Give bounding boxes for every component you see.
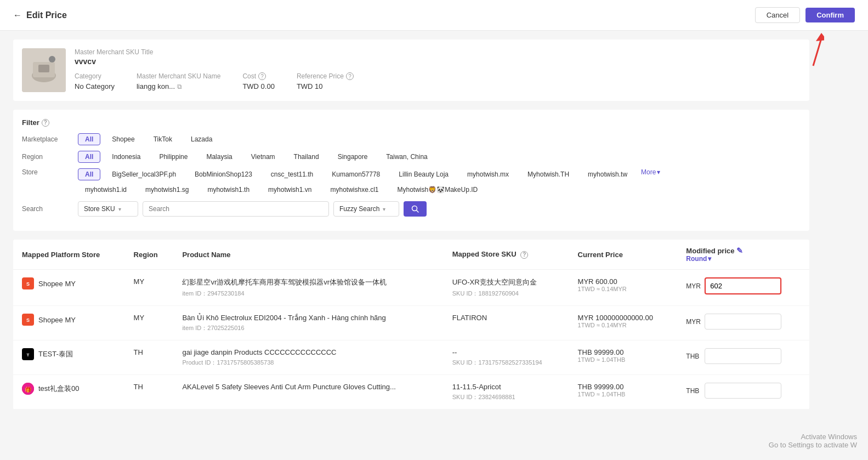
modified-price-cell: MYR xyxy=(677,306,809,340)
search-label: Search xyxy=(22,205,71,213)
page-title: Edit Price xyxy=(26,10,67,20)
main-content: Master Merchant SKU Title vvvcv Category… xyxy=(0,31,822,418)
store-option[interactable]: Myhotwish.TH xyxy=(520,168,576,180)
shopee-icon: S xyxy=(22,314,34,326)
cancel-button[interactable]: Cancel xyxy=(755,7,800,23)
search-button[interactable] xyxy=(404,201,427,217)
marketplace-option-shopee[interactable]: Shopee xyxy=(105,133,141,145)
search-mode-chevron: ▾ xyxy=(383,206,385,212)
store-option[interactable]: myhotwish1.vn xyxy=(261,184,319,196)
store-option[interactable]: Myhotwish🦁🐼MakeUp.ID xyxy=(390,184,485,196)
svg-point-5 xyxy=(49,56,55,63)
sku-name: FLATIRON xyxy=(452,314,560,322)
currency-label: MYR xyxy=(686,282,701,290)
region-option-philippine[interactable]: Philippine xyxy=(152,151,195,163)
cost-value: TWD 0.00 xyxy=(242,82,275,90)
region-option-thailand[interactable]: Thailand xyxy=(287,151,326,163)
price-rate: 1TWD ≈ 0.14MYR xyxy=(578,286,669,292)
marketplace-option-all[interactable]: All xyxy=(78,133,100,145)
current-price-cell: THB 99999.00 1TWD ≈ 1.04THB xyxy=(569,340,678,375)
marketplace-option-tiktok[interactable]: TikTok xyxy=(146,133,179,145)
store-option[interactable]: BigSeller_local3PF.ph xyxy=(105,168,183,180)
modified-price-edit-icon[interactable]: ✎ xyxy=(736,246,743,255)
col-current-price: Current Price xyxy=(569,240,678,270)
region-cell: TH xyxy=(125,375,174,410)
search-type-select[interactable]: Store SKU ▾ xyxy=(78,201,138,217)
sku-title-label: Master Merchant SKU Title xyxy=(75,48,801,56)
store-option[interactable]: myhotwish1.th xyxy=(200,184,257,196)
search-type-chevron: ▾ xyxy=(118,206,121,212)
store-option[interactable]: BobMinionShop123 xyxy=(188,168,259,180)
modified-price-cell: THB xyxy=(677,340,809,375)
modified-price-cell: MYR xyxy=(677,270,809,306)
store-option[interactable]: myhotwish1.sg xyxy=(138,184,196,196)
cost-info-icon[interactable]: ? xyxy=(258,72,266,80)
store-cell: 🎁 test礼盒装00 xyxy=(13,375,125,410)
svg-text:T: T xyxy=(27,353,30,357)
store-name: test礼盒装00 xyxy=(38,384,79,394)
price-rate: 1TWD ≈ 1.04THB xyxy=(578,391,669,397)
store-label: Store xyxy=(22,168,71,176)
ref-price-label: Reference Price ? xyxy=(297,72,354,80)
product-name: Bàn Ủi Khô Electrolux EDI2004 - Trắng Xa… xyxy=(182,314,434,322)
product-info: Master Merchant SKU Title vvvcv Category… xyxy=(75,48,801,90)
price-rate: 1TWD ≈ 1.04THB xyxy=(578,356,669,363)
page-header: ← Edit Price Cancel Confirm xyxy=(0,0,868,31)
header-left: ← Edit Price xyxy=(13,10,67,20)
mapped-sku-info-icon[interactable]: ? xyxy=(520,251,528,259)
store-options-container: AllBigSeller_local3PF.phBobMinionShop123… xyxy=(78,168,801,196)
back-button[interactable]: ← xyxy=(13,10,22,20)
confirm-button[interactable]: Confirm xyxy=(805,8,855,22)
store-option[interactable]: Kumamon57778 xyxy=(325,168,387,180)
store-option[interactable]: myhotwish1.id xyxy=(78,184,134,196)
store-option[interactable]: myhotwish.mx xyxy=(460,168,516,180)
region-cell: MY xyxy=(125,306,174,340)
region-option-indonesia[interactable]: Indonesia xyxy=(105,151,147,163)
region-options: AllIndonesiaPhilippineMalaysiaVietnamTha… xyxy=(78,151,435,163)
region-option-taiwan--china[interactable]: Taiwan, China xyxy=(379,151,434,163)
category-meta: Category No Category xyxy=(75,72,115,90)
store-name: Shopee MY xyxy=(38,316,76,324)
product-image xyxy=(22,48,66,92)
store-option[interactable]: myhotwishxe.cl1 xyxy=(323,184,385,196)
region-option-vietnam[interactable]: Vietnam xyxy=(244,151,282,163)
search-input[interactable] xyxy=(143,201,329,217)
store-option[interactable]: myhotwish.tw xyxy=(581,168,634,180)
svg-text:🎁: 🎁 xyxy=(25,386,32,393)
current-price: MYR 100000000000.00 xyxy=(578,314,669,322)
category-label: Category xyxy=(75,72,115,80)
cost-label: Cost ? xyxy=(242,72,275,80)
shopee-icon: S xyxy=(22,277,34,289)
col-sku: Mapped Store SKU ? xyxy=(444,240,569,270)
price-rate: 1TWD ≈ 0.14MYR xyxy=(578,322,669,328)
price-input[interactable] xyxy=(705,383,781,399)
store-option[interactable]: Lillin Beauty Loja xyxy=(392,168,456,180)
col-product: Product Name xyxy=(173,240,443,270)
filter-info-icon[interactable]: ? xyxy=(42,119,49,127)
currency-label: THB xyxy=(686,353,701,360)
modified-price-title: Modified price ✎ xyxy=(686,246,801,255)
sku-id: SKU ID：1731757582527335194 xyxy=(452,359,560,367)
search-mode-select[interactable]: Fuzzy Search ▾ xyxy=(333,201,399,217)
store-filter-row: Store AllBigSeller_local3PF.phBobMinionS… xyxy=(22,168,801,196)
ref-price-info-icon[interactable]: ? xyxy=(346,72,354,80)
sku-name: UFO-XR竞技大空间意向金 xyxy=(452,277,560,287)
region-option-all[interactable]: All xyxy=(78,151,100,163)
price-input[interactable] xyxy=(705,277,781,294)
search-type-value: Store SKU xyxy=(84,205,115,213)
table-row: T TEST-泰国 TH gai jiage danpin Products C… xyxy=(13,340,809,375)
store-option[interactable]: cnsc_test11.th xyxy=(264,168,320,180)
region-option-malaysia[interactable]: Malaysia xyxy=(199,151,239,163)
price-input[interactable] xyxy=(705,348,781,364)
round-button[interactable]: Round ▾ xyxy=(686,255,801,263)
region-option-singapore[interactable]: Singapore xyxy=(331,151,375,163)
gift-icon: 🎁 xyxy=(22,383,34,395)
marketplace-option-lazada[interactable]: Lazada xyxy=(184,133,219,145)
store-more-button[interactable]: More▾ xyxy=(641,168,660,176)
store-cell: S Shopee MY xyxy=(13,270,125,306)
price-input[interactable] xyxy=(705,314,781,330)
copy-icon[interactable]: ⧉ xyxy=(177,83,182,90)
sku-id: SKU ID：23824698881 xyxy=(452,393,560,401)
store-option[interactable]: All xyxy=(78,168,100,180)
currency-label: THB xyxy=(686,387,701,395)
